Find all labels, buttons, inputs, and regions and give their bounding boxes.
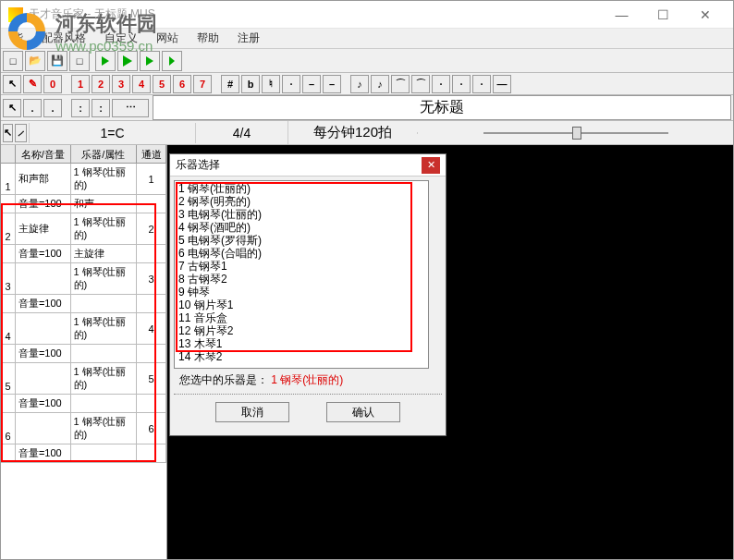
play-all-button[interactable] [117, 51, 138, 71]
minimize-button[interactable]: — [601, 2, 642, 28]
tool-button[interactable]: ⌒ [391, 75, 410, 93]
track-channel[interactable]: 4 [137, 313, 166, 344]
track-vol-name[interactable] [71, 295, 138, 312]
tool-button[interactable]: · [432, 75, 450, 93]
track-instrument[interactable]: 1 钢琴(壮丽的) [71, 213, 138, 244]
tool-button[interactable]: – [323, 75, 341, 93]
num-3[interactable]: 3 [112, 75, 130, 93]
natural-button[interactable]: ♮ [262, 75, 280, 93]
track-vol-name[interactable]: 主旋律 [71, 245, 138, 262]
list-item[interactable]: 3 电钢琴(壮丽的) [178, 208, 424, 221]
track-row[interactable]: 61 钢琴(壮丽的)6 [1, 413, 166, 444]
track-vol-name[interactable]: 和声 [71, 195, 138, 213]
play-button[interactable] [95, 51, 116, 71]
track-instrument[interactable]: 1 钢琴(壮丽的) [71, 363, 138, 394]
tempo-slider[interactable] [417, 132, 733, 134]
menu-item[interactable]: 注册 [234, 29, 263, 48]
track-row[interactable]: 51 钢琴(壮丽的)5 [1, 363, 166, 395]
menu-item[interactable]: 帮助 [193, 29, 223, 48]
track-row[interactable]: 31 钢琴(壮丽的)3 [1, 263, 166, 295]
track-volume[interactable]: 音量=100 [16, 444, 71, 462]
track-volume-row[interactable]: 音量=100和声 [1, 195, 166, 213]
new-file-button[interactable]: □ [3, 51, 23, 71]
key-signature[interactable]: 1=C [29, 123, 195, 143]
track-volume[interactable]: 音量=100 [16, 345, 71, 362]
tool-button[interactable]: . [43, 99, 62, 117]
track-instrument[interactable]: 1 钢琴(壮丽的) [71, 313, 138, 344]
tool-button[interactable]: ⌒ [411, 75, 430, 93]
track-volume-row[interactable]: 音量=100 [1, 395, 166, 413]
save-file-button[interactable]: 💾 [47, 51, 67, 71]
play-note-button[interactable] [162, 51, 182, 71]
track-name[interactable] [16, 363, 71, 394]
menu-item[interactable]: 配器风格 [38, 29, 90, 48]
menu-item[interactable]: 网站 [153, 29, 182, 48]
list-item[interactable]: 1 钢琴(壮丽的) [178, 182, 424, 195]
track-channel[interactable]: 1 [137, 164, 166, 194]
track-volume[interactable]: 音量=100 [16, 295, 71, 312]
track-volume-row[interactable]: 音量=100 [1, 295, 166, 313]
tool-button[interactable]: ♪ [350, 75, 369, 93]
ok-button[interactable]: 确认 [326, 402, 400, 422]
num-0[interactable]: 0 [43, 75, 62, 93]
play-segment-button[interactable] [140, 51, 160, 71]
track-volume-row[interactable]: 音量=100 [1, 444, 166, 463]
maximize-button[interactable]: ☐ [642, 2, 684, 28]
track-vol-name[interactable] [71, 345, 138, 362]
track-channel[interactable]: 6 [137, 413, 166, 444]
track-volume-row[interactable]: 音量=100主旋律 [1, 245, 166, 263]
cursor-tool-2[interactable]: ↖ [3, 99, 21, 117]
tool-button[interactable]: – [302, 75, 321, 93]
dialog-close-button[interactable]: ✕ [422, 157, 440, 174]
tool-button[interactable]: ⟋ [15, 124, 27, 142]
tool-button[interactable]: · [472, 75, 491, 93]
list-item[interactable]: 9 钟琴 [178, 286, 424, 298]
track-volume[interactable]: 音量=100 [16, 245, 71, 262]
track-name[interactable]: 主旋律 [16, 213, 71, 244]
track-channel[interactable]: 2 [137, 213, 166, 244]
tempo-display[interactable]: 每分钟120拍 [287, 121, 417, 144]
num-2[interactable]: 2 [92, 75, 110, 93]
list-item[interactable]: 6 电钢琴(合唱的) [178, 247, 424, 260]
tool-button[interactable]: — [493, 75, 511, 93]
track-row[interactable]: 2主旋律1 钢琴(壮丽的)2 [1, 213, 166, 245]
list-item[interactable]: 4 钢琴(酒吧的) [178, 221, 424, 234]
menu-item[interactable]: 能 [8, 29, 27, 48]
track-name[interactable]: 和声部 [16, 164, 71, 194]
tool-button[interactable]: · [282, 75, 300, 93]
cancel-button[interactable]: 取消 [215, 402, 289, 422]
list-item[interactable]: 14 木琴2 [178, 350, 424, 363]
list-item[interactable]: 10 钢片琴1 [178, 298, 424, 311]
flat-button[interactable]: b [241, 75, 260, 93]
list-item[interactable]: 12 钢片琴2 [178, 324, 424, 337]
track-volume[interactable]: 音量=100 [16, 195, 71, 213]
track-instrument[interactable]: 1 钢琴(壮丽的) [71, 413, 138, 444]
track-name[interactable] [16, 313, 71, 344]
num-6[interactable]: 6 [173, 75, 191, 93]
instrument-listbox[interactable]: 1 钢琴(壮丽的)2 钢琴(明亮的)3 电钢琴(壮丽的)4 钢琴(酒吧的)5 电… [174, 180, 429, 369]
track-row[interactable]: 1和声部1 钢琴(壮丽的)1 [1, 164, 166, 195]
list-item[interactable]: 2 钢琴(明亮的) [178, 195, 424, 208]
track-name[interactable] [16, 413, 71, 444]
tool-button[interactable]: . [23, 99, 42, 117]
track-volume[interactable]: 音量=100 [16, 395, 71, 412]
note-tool[interactable]: ✎ [23, 75, 42, 93]
track-name[interactable] [16, 263, 71, 294]
track-volume-row[interactable]: 音量=100 [1, 345, 166, 363]
num-5[interactable]: 5 [153, 75, 171, 93]
track-row[interactable]: 41 钢琴(壮丽的)4 [1, 313, 166, 345]
tool-button[interactable]: : [92, 99, 110, 117]
list-item[interactable]: 5 电钢琴(罗得斯) [178, 234, 424, 247]
sharp-button[interactable]: # [221, 75, 239, 93]
open-file-button[interactable]: 📂 [25, 51, 45, 71]
time-signature[interactable]: 4/4 [195, 123, 287, 143]
track-channel[interactable]: 3 [137, 263, 166, 294]
list-item[interactable]: 11 音乐盒 [178, 311, 424, 324]
list-item[interactable]: 7 古钢琴1 [178, 260, 424, 273]
num-7[interactable]: 7 [193, 75, 212, 93]
list-item[interactable]: 8 古钢琴2 [178, 273, 424, 286]
cursor-tool-3[interactable]: ↖ [3, 124, 13, 142]
toolbar-button[interactable]: □ [69, 51, 90, 71]
tool-button[interactable]: : [71, 99, 90, 117]
track-instrument[interactable]: 1 钢琴(壮丽的) [71, 263, 138, 294]
